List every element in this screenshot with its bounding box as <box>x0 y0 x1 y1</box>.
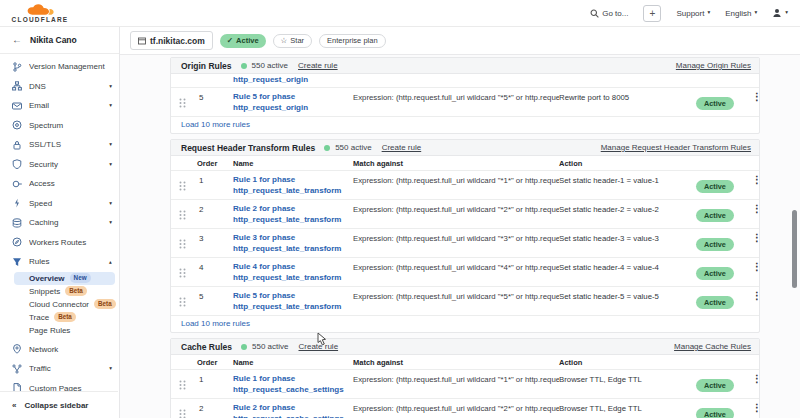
rule-name-link[interactable]: Rule 1 for phase http_request_late_trans… <box>233 175 353 196</box>
sidebar-item-rules[interactable]: Rules ▾ <box>0 252 119 272</box>
rule-name-line2: http_request_late_transform <box>233 186 345 197</box>
account-menu[interactable]: ▾ <box>772 8 788 18</box>
rule-name-link[interactable]: Rule 3 for phase http_request_late_trans… <box>233 233 353 254</box>
drag-handle[interactable] <box>171 233 197 253</box>
sidebar-item-caching[interactable]: Caching ▾ <box>0 213 119 233</box>
load-more-link[interactable]: Load 10 more rules <box>171 315 759 332</box>
sidebar-item-snippets[interactable]: Snippets Beta <box>0 285 119 298</box>
sidebar-item-page-rules[interactable]: Page Rules <box>0 324 119 337</box>
active-count: 550 active <box>335 143 371 152</box>
sidebar-item-traffic[interactable]: Traffic ▾ <box>0 359 119 379</box>
rule-order: 4 <box>197 262 233 272</box>
rule-name-link[interactable]: Rule 5 for phase http_request_late_trans… <box>233 291 353 312</box>
mouse-cursor <box>317 332 328 350</box>
vertical-scrollbar[interactable] <box>792 210 797 288</box>
kebab-menu-icon[interactable]: ⋮ <box>738 291 762 301</box>
status-badge: Active <box>696 296 734 309</box>
rule-match: Expression: (http.request.full_uri wildc… <box>353 204 559 214</box>
account-header: ← Nikita Cano <box>0 27 119 54</box>
sidebar-item-speed[interactable]: Speed ▾ <box>0 194 119 214</box>
rule-name-link[interactable]: Rule 2 for phase http_request_cache_sett… <box>233 403 353 418</box>
sidebar-item-network[interactable]: Network <box>0 340 119 360</box>
sidebar-item-email[interactable]: Email ▾ <box>0 96 119 116</box>
goto-search[interactable]: Go to... <box>590 9 628 18</box>
account-name: Nikita Cano <box>30 35 77 45</box>
kebab-menu-icon[interactable]: ⋮ <box>738 175 762 185</box>
rule-action: Rewrite port to 8005 <box>559 92 696 102</box>
back-arrow-icon[interactable]: ← <box>12 35 22 45</box>
status-badge: Active <box>696 379 734 392</box>
section-header: Request Header Transform Rules 550 activ… <box>171 140 759 156</box>
kebab-menu-icon[interactable]: ⋮ <box>738 92 762 102</box>
drag-handle[interactable] <box>171 374 197 394</box>
rule-name-link[interactable]: Rule 1 for phase http_request_cache_sett… <box>233 374 353 395</box>
sidebar-item-overview[interactable]: Overview New <box>14 272 115 285</box>
rule-name-link[interactable]: http_request_origin <box>233 75 316 86</box>
request-header-transform-rules-section: Request Header Transform Rules 550 activ… <box>170 139 760 333</box>
sidebar-item-access[interactable]: Access <box>0 174 119 194</box>
load-more-link[interactable]: Load 10 more rules <box>171 116 759 133</box>
kebab-menu-icon[interactable]: ⋮ <box>738 233 762 243</box>
collapse-sidebar-button[interactable]: « Collapse sidebar <box>0 391 118 418</box>
add-site-button[interactable]: + <box>643 5 661 22</box>
dns-icon <box>12 81 29 91</box>
column-header-match: Match against <box>353 156 559 170</box>
language-menu[interactable]: English ▾ <box>725 9 757 18</box>
drag-handle[interactable] <box>171 92 197 112</box>
origin-rules-section: Origin Rules 550 active Create rule Mana… <box>170 57 760 134</box>
funnel-icon <box>12 257 29 267</box>
table-row: 5 Rule 5 for phase http_request_origin E… <box>171 87 759 116</box>
rule-name-link[interactable]: Rule 2 for phase http_request_late_trans… <box>233 204 353 225</box>
sidebar-item-label: Access <box>29 179 112 188</box>
new-badge: New <box>70 273 91 282</box>
rule-name-line2: http_request_late_transform <box>233 302 345 313</box>
sidebar-item-security[interactable]: Security ▾ <box>0 155 119 175</box>
manage-origin-rules-link[interactable]: Manage Origin Rules <box>676 61 751 70</box>
rule-match: Expression: (http.request.full_uri wildc… <box>353 403 559 413</box>
rule-name-link[interactable]: Rule 5 for phase http_request_origin <box>233 92 353 113</box>
drag-handle[interactable] <box>171 403 197 418</box>
active-count: 550 active <box>252 61 288 70</box>
beta-badge: Beta <box>65 286 87 295</box>
rule-action: Set static header-1 = value-1 <box>559 175 696 185</box>
sidebar-item-workers-routes[interactable]: Workers Routes <box>0 233 119 253</box>
beta-badge: Beta <box>94 299 116 308</box>
create-rule-link[interactable]: Create rule <box>298 61 338 70</box>
sidebar-item-label: Rules <box>29 257 109 266</box>
sidebar-item-cloud-connector[interactable]: Cloud Connector Beta <box>0 298 119 311</box>
kebab-menu-icon[interactable]: ⋮ <box>738 374 762 384</box>
sidebar-item-ssl-tls[interactable]: SSL/TLS ▾ <box>0 135 119 155</box>
spectrum-icon <box>12 120 29 130</box>
sidebar-item-trace[interactable]: Trace Beta <box>0 311 119 324</box>
kebab-menu-icon[interactable]: ⋮ <box>738 403 762 413</box>
chevron-down-icon: ▾ <box>109 162 112 168</box>
status-cell: Active <box>696 175 738 193</box>
email-icon <box>12 101 29 111</box>
kebab-menu-icon[interactable]: ⋮ <box>738 204 762 214</box>
drag-handle[interactable] <box>171 204 197 224</box>
domain-chip[interactable]: tf.nikitac.com <box>130 31 213 50</box>
cloudflare-logo[interactable]: CLOUDFLARE <box>8 4 72 23</box>
manage-cache-rules-link[interactable]: Manage Cache Rules <box>674 342 751 351</box>
drag-handle[interactable] <box>171 262 197 282</box>
sidebar-subitem-label: Page Rules <box>29 326 70 335</box>
logo-wordmark: CLOUDFLARE <box>12 16 69 23</box>
chevron-down-icon: ▾ <box>754 10 757 16</box>
create-rule-link[interactable]: Create rule <box>382 143 422 152</box>
sidebar-item-label: Spectrum <box>29 121 112 130</box>
table-header-row: Order Name Match against Action <box>171 156 759 170</box>
sidebar-item-spectrum[interactable]: Spectrum <box>0 116 119 136</box>
drag-handle[interactable] <box>171 175 197 195</box>
star-button[interactable]: ☆ Star <box>273 34 313 48</box>
sidebar-item-version-management[interactable]: Version Management <box>0 57 119 77</box>
manage-request-header-transform-rules-link[interactable]: Manage Request Header Transform Rules <box>601 143 751 152</box>
kebab-menu-icon[interactable]: ⋮ <box>738 262 762 272</box>
drag-handle[interactable] <box>171 291 197 311</box>
column-header-order: Order <box>197 355 233 369</box>
column-header-match: Match against <box>353 355 559 369</box>
rule-name-link[interactable]: Rule 4 for phase http_request_late_trans… <box>233 262 353 283</box>
rule-order: 2 <box>197 403 233 413</box>
traffic-icon <box>12 364 29 374</box>
support-menu[interactable]: Support ▾ <box>676 9 710 18</box>
sidebar-item-dns[interactable]: DNS ▾ <box>0 77 119 97</box>
